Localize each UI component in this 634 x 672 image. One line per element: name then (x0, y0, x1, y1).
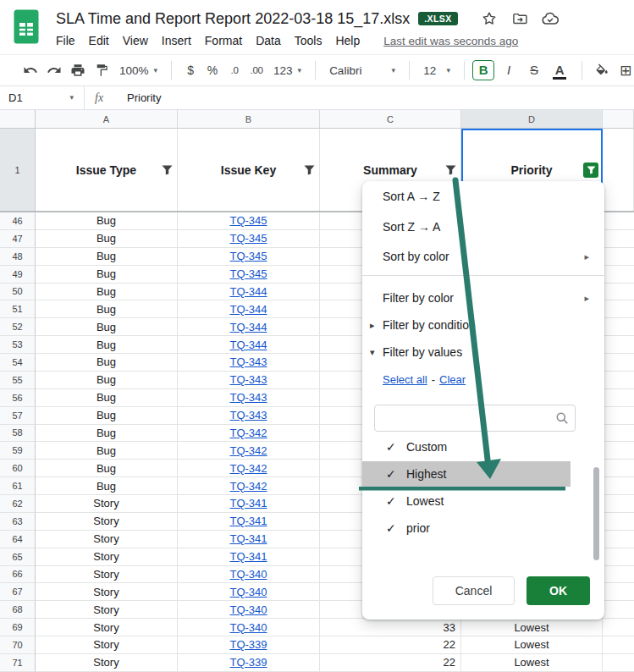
print-button[interactable] (66, 58, 90, 82)
header-cell-issue-key[interactable]: Issue Key (178, 129, 320, 211)
increase-decimal-button[interactable]: .00 (245, 65, 267, 75)
row-number[interactable]: 71 (0, 654, 36, 672)
cell-issue-key-link[interactable]: TQ-341 (178, 548, 320, 566)
cell-issue-key-link[interactable]: TQ-342 (178, 425, 320, 443)
cell-empty[interactable] (603, 495, 634, 513)
cell-empty[interactable] (603, 284, 634, 301)
row-number[interactable]: 58 (0, 425, 36, 443)
cell-priority[interactable]: Lowest (461, 636, 603, 654)
row-number[interactable]: 52 (0, 318, 36, 336)
header-cell-issue-type[interactable]: Issue Type (36, 129, 178, 211)
cell-empty[interactable] (603, 636, 634, 654)
cell-issue-key-link[interactable]: TQ-341 (178, 495, 320, 513)
cell-issue-type[interactable]: Bug (36, 212, 178, 230)
select-all-corner[interactable] (0, 110, 36, 129)
cell-issue-key-link[interactable]: TQ-341 (178, 513, 320, 531)
cancel-button[interactable]: Cancel (433, 576, 515, 605)
paint-format-button[interactable] (90, 58, 113, 82)
cell-issue-type[interactable]: Bug (36, 284, 178, 301)
cell-issue-key-link[interactable]: TQ-343 (178, 407, 320, 425)
cell-summary[interactable]: 33 (320, 619, 461, 636)
fill-color-button[interactable] (590, 58, 614, 82)
cell-empty[interactable] (603, 531, 634, 548)
cell-empty[interactable] (603, 389, 634, 407)
cell-issue-type[interactable]: Bug (36, 354, 178, 372)
row-number[interactable]: 61 (0, 477, 36, 495)
menu-insert[interactable]: Insert (155, 32, 198, 49)
filter-value-custom[interactable]: ✓ Custom (362, 434, 571, 460)
cell-empty[interactable] (603, 248, 634, 266)
cell-summary[interactable]: 22 (320, 636, 461, 654)
cell-issue-type[interactable]: Story (36, 513, 178, 531)
cell-empty[interactable] (603, 425, 634, 443)
font-family-select[interactable]: Calibri ▾ (323, 58, 401, 82)
ok-button[interactable]: OK (526, 576, 590, 605)
row-number[interactable]: 59 (0, 442, 36, 460)
menu-view[interactable]: View (116, 32, 155, 49)
filter-value-lowest[interactable]: ✓ Lowest (362, 488, 571, 514)
cell-issue-key-link[interactable]: TQ-343 (178, 389, 320, 407)
menu-item-filter-by-color[interactable]: Filter by color ▸ (362, 285, 604, 311)
cell-issue-type[interactable]: Bug (36, 266, 178, 284)
cell-issue-type[interactable]: Bug (36, 477, 178, 495)
cell-issue-type[interactable]: Bug (36, 372, 178, 389)
cell-issue-key-link[interactable]: TQ-343 (178, 372, 320, 389)
decrease-decimal-button[interactable]: .0 (223, 65, 245, 75)
clear-link[interactable]: Clear (439, 373, 466, 386)
row-number[interactable]: 51 (0, 300, 36, 318)
menu-item-sort-za[interactable]: Sort Z → A (362, 214, 604, 240)
cell-issue-key-link[interactable]: TQ-344 (178, 284, 320, 301)
cell-empty[interactable] (603, 318, 634, 336)
row-number[interactable]: 60 (0, 460, 36, 477)
cell-issue-type[interactable]: Bug (36, 425, 178, 443)
row-number[interactable]: 55 (0, 372, 36, 389)
row-number[interactable]: 64 (0, 531, 36, 548)
menu-tools[interactable]: Tools (288, 32, 329, 49)
filter-search-input[interactable] (374, 405, 576, 432)
cell-issue-type[interactable]: Bug (36, 389, 178, 407)
cell-empty[interactable] (603, 477, 634, 495)
column-header-a[interactable]: A (36, 110, 178, 129)
undo-button[interactable] (19, 58, 42, 82)
italic-button[interactable]: I (498, 59, 520, 81)
cell-empty[interactable] (603, 300, 634, 318)
cell-issue-key-link[interactable]: TQ-340 (178, 583, 320, 601)
cell-summary[interactable]: 22 (320, 654, 461, 672)
menu-edit[interactable]: Edit (82, 32, 116, 49)
cell-empty[interactable] (603, 212, 634, 230)
cell-issue-type[interactable]: Bug (36, 248, 178, 266)
row-number[interactable]: 65 (0, 548, 36, 566)
zoom-select[interactable]: 100% ▾ (113, 58, 163, 82)
row-number[interactable]: 57 (0, 407, 36, 425)
text-color-button[interactable]: A (549, 59, 571, 81)
row-number[interactable]: 46 (0, 212, 36, 230)
cell-empty[interactable] (603, 601, 634, 619)
cell-issue-type[interactable]: Bug (36, 460, 178, 477)
cell-issue-type[interactable]: Story (36, 619, 178, 636)
menu-item-filter-by-condition[interactable]: ▸ Filter by condition (362, 312, 604, 338)
scrollbar-thumb[interactable] (593, 467, 599, 560)
cell-empty[interactable] (603, 460, 634, 477)
cell-empty[interactable] (603, 548, 634, 566)
column-header-rest[interactable] (603, 110, 634, 129)
menu-item-sort-by-color[interactable]: Sort by color ▸ (362, 244, 604, 269)
document-title[interactable]: SLA Time and Report Report 2022-03-18 15… (56, 10, 410, 28)
cell-issue-type[interactable]: Bug (36, 407, 178, 425)
row-number[interactable]: 49 (0, 266, 36, 284)
row-number[interactable]: 63 (0, 513, 36, 531)
cell-issue-type[interactable]: Bug (36, 300, 178, 318)
cell-empty[interactable] (603, 266, 634, 284)
column-header-d[interactable]: D (461, 110, 603, 129)
row-number[interactable]: 62 (0, 495, 36, 513)
cell-issue-key-link[interactable]: TQ-345 (178, 266, 320, 284)
cell-issue-type[interactable]: Story (36, 531, 178, 548)
filter-funnel-icon[interactable] (304, 165, 315, 175)
cell-empty[interactable] (603, 354, 634, 372)
filter-value-prior[interactable]: ✓ prior (362, 515, 571, 541)
cell-issue-type[interactable]: Story (36, 654, 178, 672)
select-all-link[interactable]: Select all (383, 373, 427, 386)
borders-button[interactable]: ⊞ (614, 58, 634, 82)
row-number-1[interactable]: 1 (0, 129, 36, 211)
menu-format[interactable]: Format (198, 32, 249, 49)
row-number[interactable]: 50 (0, 284, 36, 301)
